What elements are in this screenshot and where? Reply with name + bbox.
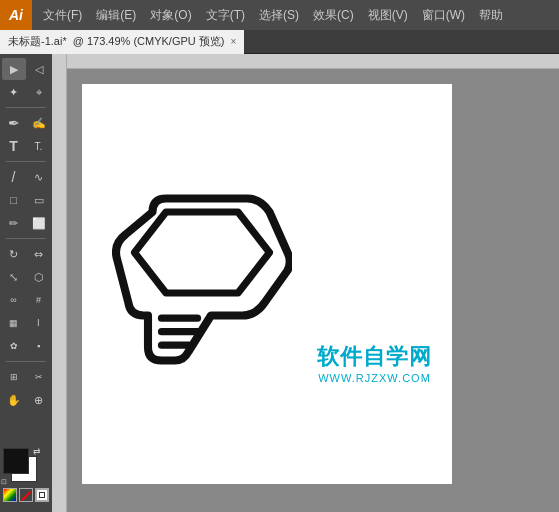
main-artwork	[112, 184, 292, 384]
transform-tools: ↻ ⇔	[2, 243, 51, 265]
touch-type-tool[interactable]: T.	[27, 135, 51, 157]
mesh-tool[interactable]: #	[27, 289, 51, 311]
shear-tool[interactable]: ⬡	[27, 266, 51, 288]
blend-tool[interactable]: ∞	[2, 289, 26, 311]
menu-object[interactable]: 对象(O)	[145, 5, 196, 26]
magic-wand-tool[interactable]: ✦	[2, 81, 26, 103]
pen-tool[interactable]: ✒	[2, 112, 26, 134]
shape-tools: □ ▭	[2, 189, 51, 211]
type-tool[interactable]: T	[2, 135, 26, 157]
selection-tool[interactable]: ▶	[2, 58, 26, 80]
stroke-button[interactable]	[35, 488, 49, 502]
zoom-tool[interactable]: ⊕	[27, 389, 51, 411]
canvas-content: 软件自学网 WWW.RJZXW.COM	[82, 84, 452, 484]
menu-help[interactable]: 帮助	[474, 5, 508, 26]
hand-tool[interactable]: ✋	[2, 389, 26, 411]
tab-close-button[interactable]: ×	[230, 36, 236, 47]
artboard-tools: ⊞ ✂	[2, 366, 51, 388]
artboard-tool[interactable]: ⊞	[2, 366, 26, 388]
default-colors-icon[interactable]: ⊡	[1, 478, 7, 486]
eraser-tool[interactable]: ⬜	[27, 212, 51, 234]
selection-tools: ▶ ◁	[2, 58, 51, 80]
lasso-tool[interactable]: ⌖	[27, 81, 51, 103]
swap-colors-icon[interactable]: ⇄	[33, 446, 41, 456]
canvas-area: 软件自学网 WWW.RJZXW.COM	[52, 54, 559, 512]
ai-logo: Ai	[0, 0, 32, 30]
direct-selection-tool[interactable]: ◁	[27, 58, 51, 80]
gradient-tools: ▦ Ⅰ	[2, 312, 51, 334]
rotate-tool[interactable]: ↻	[2, 243, 26, 265]
symbol-tools: ✿ ▪	[2, 335, 51, 357]
brush-tools: ✏ ⬜	[2, 212, 51, 234]
reflect-tool[interactable]: ⇔	[27, 243, 51, 265]
menu-effect[interactable]: 效果(C)	[308, 5, 359, 26]
menu-window[interactable]: 窗口(W)	[417, 5, 470, 26]
rounded-rect-tool[interactable]: ▭	[27, 189, 51, 211]
menu-file[interactable]: 文件(F)	[38, 5, 87, 26]
eyedropper-tool[interactable]: Ⅰ	[27, 312, 51, 334]
tab-bar: 未标题-1.ai* @ 173.49% (CMYK/GPU 预览) ×	[0, 30, 559, 54]
divider-1	[6, 107, 46, 108]
menu-bar: 文件(F) 编辑(E) 对象(O) 文字(T) 选择(S) 效果(C) 视图(V…	[32, 5, 559, 26]
ruler-left	[52, 54, 67, 512]
arc-tool[interactable]: ∿	[27, 166, 51, 188]
tab-label: 未标题-1.ai*	[8, 34, 67, 49]
line-tool[interactable]: /	[2, 166, 26, 188]
divider-3	[6, 238, 46, 239]
document-tab[interactable]: 未标题-1.ai* @ 173.49% (CMYK/GPU 预览) ×	[0, 30, 244, 54]
watermark-url: WWW.RJZXW.COM	[317, 372, 432, 384]
toolbar: ▶ ◁ ✦ ⌖ ✒ ✍ T T. / ∿ □ ▭ ✏ ⬜ ↻	[0, 54, 52, 512]
no-fill-button[interactable]	[19, 488, 33, 502]
main-area: ▶ ◁ ✦ ⌖ ✒ ✍ T T. / ∿ □ ▭ ✏ ⬜ ↻	[0, 54, 559, 512]
blend-tools: ∞ #	[2, 289, 51, 311]
foreground-color-swatch[interactable]	[3, 448, 29, 474]
title-bar: Ai 文件(F) 编辑(E) 对象(O) 文字(T) 选择(S) 效果(C) 视…	[0, 0, 559, 30]
menu-type[interactable]: 文字(T)	[201, 5, 250, 26]
symbol-tool[interactable]: ✿	[2, 335, 26, 357]
lasso-tools: ✦ ⌖	[2, 81, 51, 103]
color-mode-row	[3, 488, 49, 502]
watermark: 软件自学网 WWW.RJZXW.COM	[317, 342, 432, 384]
type-tools: T T.	[2, 135, 51, 157]
color-area: ⇄ ⊡	[0, 442, 52, 508]
ruler-top	[52, 54, 559, 69]
color-swatches: ⇄ ⊡	[3, 448, 39, 484]
tab-info: @ 173.49% (CMYK/GPU 预览)	[73, 34, 225, 49]
color-mode-button[interactable]	[3, 488, 17, 502]
line-tools: / ∿	[2, 166, 51, 188]
scale-tool[interactable]: ⤡	[2, 266, 26, 288]
menu-view[interactable]: 视图(V)	[363, 5, 413, 26]
menu-select[interactable]: 选择(S)	[254, 5, 304, 26]
watermark-text: 软件自学网	[317, 342, 432, 372]
pencil-tool[interactable]: ✏	[2, 212, 26, 234]
gradient-tool[interactable]: ▦	[2, 312, 26, 334]
nav-tools: ✋ ⊕	[2, 389, 51, 411]
divider-4	[6, 361, 46, 362]
slice-tool[interactable]: ✂	[27, 366, 51, 388]
menu-edit[interactable]: 编辑(E)	[91, 5, 141, 26]
divider-2	[6, 161, 46, 162]
canvas-paper: 软件自学网 WWW.RJZXW.COM	[82, 84, 452, 484]
graph-tool[interactable]: ▪	[27, 335, 51, 357]
add-anchor-tool[interactable]: ✍	[27, 112, 51, 134]
scale-tools: ⤡ ⬡	[2, 266, 51, 288]
rectangle-tool[interactable]: □	[2, 189, 26, 211]
pen-tools: ✒ ✍	[2, 112, 51, 134]
